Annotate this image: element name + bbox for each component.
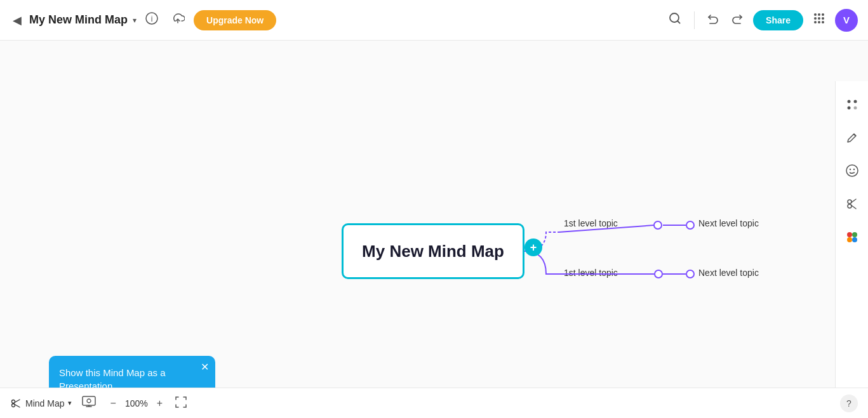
fullscreen-icon bbox=[175, 396, 187, 408]
svg-point-10 bbox=[818, 21, 820, 23]
upgrade-button[interactable]: Upgrade Now bbox=[194, 10, 276, 30]
bottom-topic-circle bbox=[654, 270, 663, 278]
apps-sidebar-button[interactable] bbox=[841, 94, 863, 115]
svg-point-18 bbox=[847, 107, 850, 110]
tooltip-popup: Show this Mind Map as a Presentation ✕ bbox=[49, 356, 215, 388]
svg-point-4 bbox=[818, 13, 820, 16]
marker-sidebar-button[interactable] bbox=[841, 127, 863, 148]
bottom-first-level-label[interactable]: 1st level topic bbox=[564, 268, 618, 278]
mind-map-svg bbox=[0, 41, 868, 388]
undo-button[interactable] bbox=[702, 10, 723, 30]
zoom-in-button[interactable]: + bbox=[153, 395, 166, 412]
add-branch-button[interactable]: + bbox=[524, 238, 542, 256]
svg-point-5 bbox=[822, 13, 824, 16]
bottom-toolbar-left: Mind Map ▾ − 100% + bbox=[10, 393, 190, 413]
svg-text:i: i bbox=[151, 15, 153, 23]
svg-rect-31 bbox=[83, 396, 95, 405]
top-first-level-label[interactable]: 1st level topic bbox=[564, 218, 618, 228]
svg-point-27 bbox=[847, 237, 852, 242]
presentation-button[interactable] bbox=[77, 393, 101, 413]
svg-point-6 bbox=[814, 17, 817, 20]
title-chevron-icon[interactable]: ▾ bbox=[133, 16, 137, 25]
svg-point-28 bbox=[852, 237, 857, 242]
help-button[interactable]: ? bbox=[840, 395, 858, 412]
back-button[interactable]: ◀ bbox=[10, 11, 24, 30]
svg-point-7 bbox=[818, 17, 820, 20]
svg-point-25 bbox=[847, 232, 852, 237]
mind-map-dropdown-button[interactable]: Mind Map ▾ bbox=[10, 398, 72, 409]
top-next-level-circle bbox=[686, 221, 695, 230]
svg-point-20 bbox=[846, 165, 858, 176]
bottom-toolbar: Mind Map ▾ − 100% + ? bbox=[0, 388, 868, 418]
header: ◀ My New Mind Map ▾ i Upgrade Now bbox=[0, 0, 868, 41]
svg-point-21 bbox=[849, 169, 850, 170]
top-next-level-label[interactable]: Next level topic bbox=[698, 218, 759, 228]
colorful-icon bbox=[845, 230, 860, 245]
zoom-out-button[interactable]: − bbox=[106, 395, 119, 412]
marker-icon bbox=[845, 131, 859, 145]
header-divider bbox=[694, 11, 695, 29]
svg-point-22 bbox=[853, 169, 854, 170]
tooltip-close-button[interactable]: ✕ bbox=[201, 362, 209, 372]
bottom-next-level-circle bbox=[686, 270, 695, 278]
mind-map-center-node[interactable]: My New Mind Map bbox=[342, 223, 524, 279]
search-button[interactable] bbox=[664, 7, 686, 33]
undo-icon bbox=[706, 12, 719, 25]
svg-point-9 bbox=[814, 21, 817, 23]
bottom-next-level-label[interactable]: Next level topic bbox=[698, 268, 759, 278]
redo-button[interactable] bbox=[728, 10, 748, 30]
svg-point-8 bbox=[822, 17, 824, 20]
fullscreen-button[interactable] bbox=[171, 394, 190, 413]
canvas: My New Mind Map + 1st level topic Next l… bbox=[0, 41, 868, 388]
info-icon: i bbox=[145, 12, 158, 25]
grid-icon bbox=[812, 11, 826, 25]
avatar[interactable]: V bbox=[835, 9, 858, 32]
mind-map-chevron-icon: ▾ bbox=[68, 399, 72, 407]
tooltip-text: Show this Mind Map as a Presentation bbox=[59, 367, 166, 388]
svg-point-16 bbox=[847, 100, 850, 103]
cloud-upload-button[interactable] bbox=[167, 10, 189, 30]
svg-point-19 bbox=[853, 107, 857, 110]
emoji-icon bbox=[845, 164, 859, 178]
search-icon bbox=[669, 12, 681, 25]
zoom-controls: − 100% + bbox=[106, 395, 166, 412]
redo-icon bbox=[731, 12, 744, 25]
svg-point-17 bbox=[853, 100, 857, 103]
colorful-sidebar-button[interactable] bbox=[841, 226, 864, 249]
cloud-upload-icon bbox=[171, 13, 185, 24]
mind-map-label: Mind Map bbox=[25, 398, 64, 408]
apps-sidebar-icon bbox=[845, 98, 859, 112]
header-right: Share V bbox=[664, 7, 858, 33]
scissors-sidebar-button[interactable] bbox=[841, 193, 863, 214]
svg-point-11 bbox=[822, 21, 824, 23]
right-sidebar bbox=[835, 81, 868, 388]
scissors-small-icon bbox=[10, 398, 22, 409]
top-topic-circle bbox=[653, 221, 662, 230]
svg-point-26 bbox=[852, 232, 857, 237]
apps-grid-button[interactable] bbox=[808, 8, 830, 32]
info-button[interactable]: i bbox=[142, 10, 162, 30]
emoji-sidebar-button[interactable] bbox=[841, 160, 863, 181]
zoom-percent: 100% bbox=[124, 398, 149, 408]
header-left: ◀ My New Mind Map ▾ i Upgrade Now bbox=[10, 10, 276, 30]
svg-point-32 bbox=[87, 399, 91, 403]
scissors-icon bbox=[845, 197, 859, 211]
document-title: My New Mind Map bbox=[29, 13, 128, 27]
share-button[interactable]: Share bbox=[753, 10, 803, 30]
center-node-label: My New Mind Map bbox=[362, 242, 504, 261]
svg-point-3 bbox=[814, 13, 817, 16]
presentation-icon bbox=[82, 396, 96, 407]
